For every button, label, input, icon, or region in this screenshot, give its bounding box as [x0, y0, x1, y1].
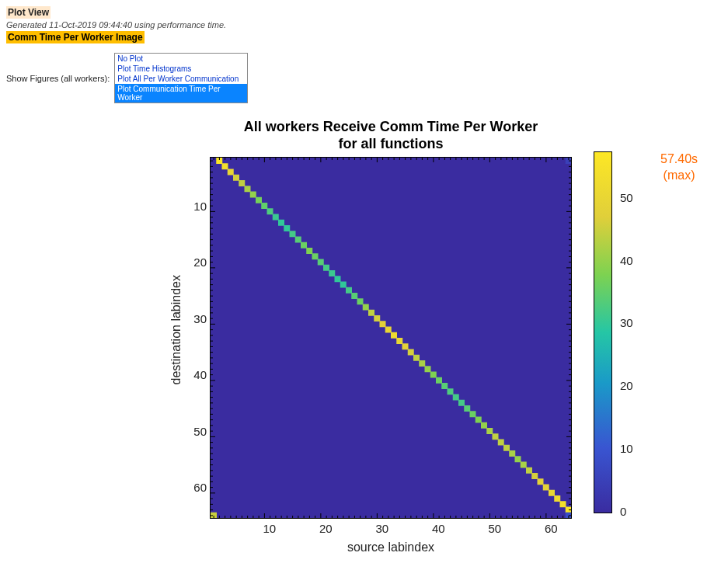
heatmap-canvas [211, 158, 571, 518]
chart-title: All workers Receive Comm Time Per Worker… [210, 119, 572, 152]
figselect-option[interactable]: No Plot [115, 54, 247, 64]
figselect-option[interactable]: Plot Communication Time Per Worker [115, 84, 247, 103]
heatmap [210, 157, 572, 519]
figselect-option[interactable]: Plot Time Histograms [115, 64, 247, 74]
chart-container: destination labindex 102030405060 All wo… [169, 119, 728, 554]
colorbar [594, 151, 612, 513]
figselect-label: Show Figures (all workers): [6, 74, 110, 83]
generated-text: Generated 11-Oct-2019 09:44:40 using per… [6, 20, 728, 30]
page-title: Plot View [6, 6, 51, 19]
x-axis-label: source labindex [210, 540, 572, 554]
colorbar-ticks: 50403020100 [615, 151, 639, 513]
x-axis-ticks: 102030405060 [210, 522, 570, 537]
page-subtitle: Comm Time Per Worker Image [6, 31, 145, 43]
y-axis-ticks: 102030405060 [186, 153, 210, 541]
y-axis-label: destination labindex [169, 275, 183, 384]
figselect-option[interactable]: Plot All Per Worker Communication [115, 74, 247, 84]
figselect-listbox[interactable]: No Plot Plot Time Histograms Plot All Pe… [114, 53, 248, 103]
max-label: 57.40s (max) [660, 119, 698, 184]
